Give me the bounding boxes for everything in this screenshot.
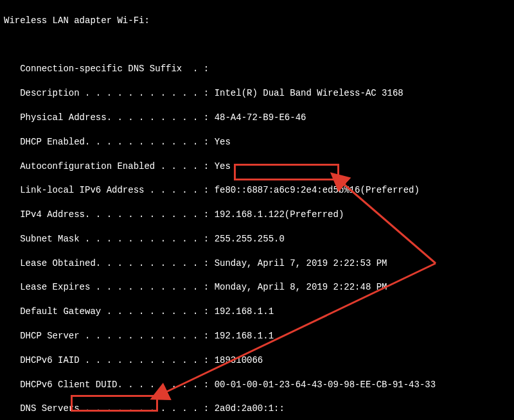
wifi-dns-server-1: DNS Servers . . . . . . . . . . . : 2a0d… — [4, 403, 510, 415]
wifi-dhcpv6-iaid: DHCPv6 IAID . . . . . . . . . . . : 1893… — [4, 354, 510, 367]
wifi-default-gateway: Default Gateway . . . . . . . . . : 192.… — [4, 306, 510, 318]
wifi-description: Description . . . . . . . . . . . : Inte… — [4, 87, 510, 100]
wifi-lease-expires: Lease Expires . . . . . . . . . . : Mond… — [4, 281, 510, 293]
adapter-wifi-title: Wireless LAN adapter Wi-Fi: — [4, 15, 510, 27]
blank-line — [4, 39, 510, 51]
wifi-linklocal-ipv6: Link-local IPv6 Address . . . . . : fe80… — [4, 184, 510, 197]
wifi-dhcpv6-duid: DHCPv6 Client DUID. . . . . . . . : 00-0… — [4, 379, 510, 391]
wifi-autoconfig: Autoconfiguration Enabled . . . . : Yes — [4, 161, 510, 173]
terminal-output: Wireless LAN adapter Wi-Fi: Connection-s… — [0, 0, 514, 420]
wifi-subnet-mask: Subnet Mask . . . . . . . . . . . : 255.… — [4, 233, 510, 245]
wifi-ipv4-address: IPv4 Address. . . . . . . . . . . : 192.… — [4, 209, 510, 221]
wifi-dhcp-enabled: DHCP Enabled. . . . . . . . . . . : Yes — [4, 136, 510, 148]
wifi-dns-suffix: Connection-specific DNS Suffix . : — [4, 63, 510, 75]
wifi-dhcp-server: DHCP Server . . . . . . . . . . . : 192.… — [4, 330, 510, 342]
wifi-lease-obtained: Lease Obtained. . . . . . . . . . : Sund… — [4, 258, 510, 270]
wifi-physical-address: Physical Address. . . . . . . . . : 48-A… — [4, 112, 510, 124]
